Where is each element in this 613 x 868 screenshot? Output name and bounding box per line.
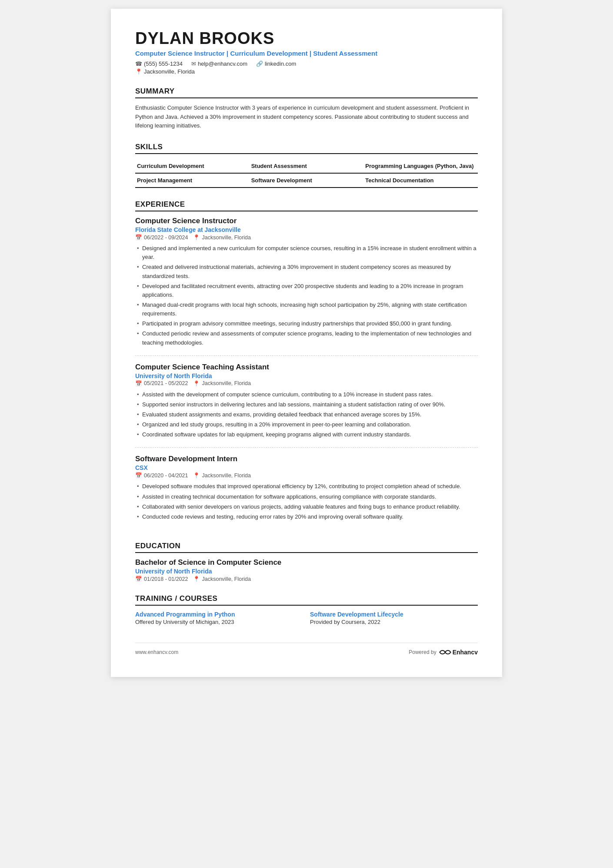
linkedin-contact: 🔗 linkedin.com [256,60,296,67]
experience-job-1: Computer Science Instructor Florida Stat… [135,217,478,356]
skill-item: Student Assessment [250,159,364,174]
training-course-title-2: Software Development Lifecycle [310,611,478,618]
skills-title: SKILLS [135,143,478,154]
brand-name: Enhancv [453,649,478,656]
candidate-name: DYLAN BROOKS [135,30,478,48]
skill-item: Technical Documentation [363,174,478,188]
phone-contact: ☎ (555) 555-1234 [135,60,183,67]
training-course-title-1: Advanced Programming in Python [135,611,303,618]
pin-icon-1: 📍 [193,234,200,241]
job-meta-2: 📅 05/2021 - 05/2022 📍 Jacksonville, Flor… [135,380,478,387]
calendar-icon-3: 📅 [135,472,142,479]
footer-powered-by: Powered by Enhancv [409,648,478,656]
bullet: Collaborated with senior developers on v… [135,503,478,511]
training-section: TRAINING / COURSES Advanced Programming … [135,594,478,625]
calendar-icon-1: 📅 [135,234,142,241]
bullet: Conducted code reviews and testing, redu… [135,513,478,521]
bullet: Assisted in creating technical documenta… [135,493,478,501]
job-meta-3: 📅 06/2020 - 04/2021 📍 Jacksonville, Flor… [135,472,478,479]
company-2: University of North Florida [135,372,478,379]
job-meta-1: 📅 06/2022 - 09/2024 📍 Jacksonville, Flor… [135,234,478,241]
calendar-icon-edu: 📅 [135,576,142,582]
header-section: DYLAN BROOKS Computer Science Instructor… [135,30,478,75]
training-grid: Advanced Programming in Python Offered b… [135,611,478,625]
job-date-1: 📅 06/2022 - 09/2024 [135,234,188,241]
phone-icon: ☎ [135,60,142,67]
page-footer: www.enhancv.com Powered by Enhancv [135,643,478,656]
enhancv-logo-icon [439,648,451,656]
bullet: Developed software modules that improved… [135,482,478,491]
edu-date: 📅 01/2018 - 01/2022 [135,576,188,582]
bullet: Organized and led study groups, resultin… [135,420,478,429]
bullet: Supported senior instructors in deliveri… [135,400,478,409]
resume-container: DYLAN BROOKS Computer Science Instructor… [111,9,502,677]
job-date-2: 📅 05/2021 - 05/2022 [135,380,188,387]
location-icon: 📍 [135,68,142,75]
skill-item: Software Development [250,174,364,188]
pin-icon-edu: 📍 [193,576,200,582]
experience-job-3: Software Development Intern CSX 📅 06/202… [135,455,478,530]
training-item-2: Software Development Lifecycle Provided … [310,611,478,625]
company-3: CSX [135,464,478,471]
job-title-1: Computer Science Instructor [135,217,478,225]
skill-item: Programming Languages (Python, Java) [363,159,478,174]
company-1: Florida State College at Jacksonville [135,226,478,233]
skills-grid: Curriculum Development Student Assessmen… [135,159,478,188]
enhancv-logo: Enhancv [439,648,478,656]
pin-icon-3: 📍 [193,472,200,479]
training-course-desc-1: Offered by University of Michigan, 2023 [135,619,303,625]
edu-location: 📍 Jacksonville, Florida [193,576,251,582]
training-title: TRAINING / COURSES [135,594,478,606]
experience-title: EXPERIENCE [135,200,478,211]
training-course-desc-2: Provided by Coursera, 2022 [310,619,478,625]
job-location-1: 📍 Jacksonville, Florida [193,234,251,241]
job-bullets-2: Assisted with the development of compute… [135,390,478,439]
job-date-3: 📅 06/2020 - 04/2021 [135,472,188,479]
education-title: EDUCATION [135,542,478,553]
powered-by-label: Powered by [409,649,436,655]
linkedin-value: linkedin.com [265,60,296,67]
summary-text: Enthusiastic Computer Science Instructor… [135,104,478,131]
summary-title: SUMMARY [135,87,478,98]
edu-meta: 📅 01/2018 - 01/2022 📍 Jacksonville, Flor… [135,576,478,582]
job-title-3: Software Development Intern [135,455,478,463]
edu-school: University of North Florida [135,568,478,575]
bullet: Participated in program advisory committ… [135,319,478,328]
skill-item: Project Management [135,174,250,188]
bullet: Assisted with the development of compute… [135,390,478,399]
link-icon: 🔗 [256,60,263,67]
job-location-2: 📍 Jacksonville, Florida [193,380,251,387]
phone-value: (555) 555-1234 [144,60,183,67]
bullet: Managed dual-credit programs with local … [135,301,478,318]
email-contact: ✉ help@enhancv.com [191,60,247,67]
job-bullets-1: Designed and implemented a new curriculu… [135,244,478,347]
degree-title: Bachelor of Science in Computer Science [135,558,478,567]
email-value: help@enhancv.com [198,60,247,67]
experience-job-2: Computer Science Teaching Assistant Univ… [135,363,478,448]
job-title-2: Computer Science Teaching Assistant [135,363,478,372]
bullet: Developed and facilitated recruitment ev… [135,282,478,299]
footer-url: www.enhancv.com [135,649,178,655]
summary-section: SUMMARY Enthusiastic Computer Science In… [135,87,478,131]
education-section: EDUCATION Bachelor of Science in Compute… [135,542,478,582]
skill-item: Curriculum Development [135,159,250,174]
contact-row: ☎ (555) 555-1234 ✉ help@enhancv.com 🔗 li… [135,60,478,67]
job-bullets-3: Developed software modules that improved… [135,482,478,521]
location-value: Jacksonville, Florida [144,68,195,75]
pin-icon-2: 📍 [193,380,200,387]
candidate-headline: Computer Science Instructor | Curriculum… [135,50,478,57]
bullet: Coordinated software updates for lab equ… [135,430,478,439]
job-location-3: 📍 Jacksonville, Florida [193,472,251,479]
location-row: 📍 Jacksonville, Florida [135,68,478,75]
skills-section: SKILLS Curriculum Development Student As… [135,143,478,188]
bullet: Conducted periodic review and assessment… [135,329,478,347]
experience-section: EXPERIENCE Computer Science Instructor F… [135,200,478,530]
email-icon: ✉ [191,60,196,67]
training-item-1: Advanced Programming in Python Offered b… [135,611,303,625]
bullet: Designed and implemented a new curriculu… [135,244,478,261]
bullet: Created and delivered instructional mate… [135,263,478,280]
calendar-icon-2: 📅 [135,380,142,387]
bullet: Evaluated student assignments and exams,… [135,410,478,419]
